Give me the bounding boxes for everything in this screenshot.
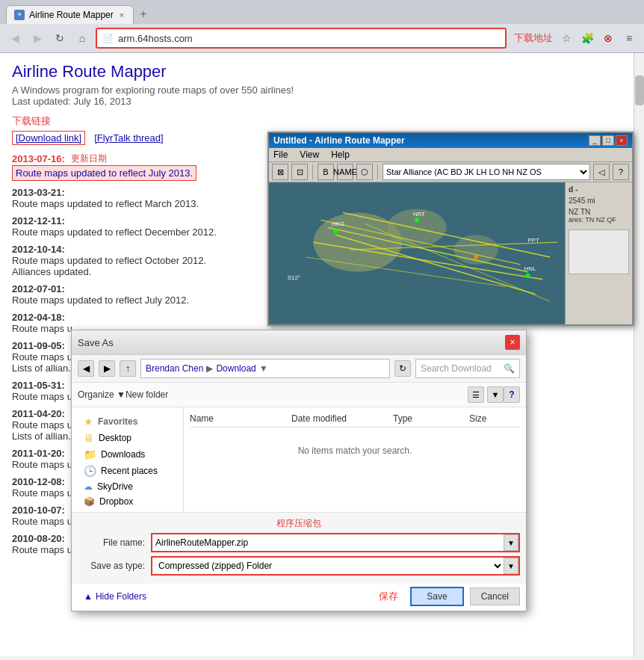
cancel-button[interactable]: Cancel	[470, 587, 520, 605]
favorites-section: ★ Favorites 🖥 Desktop 📁 Downloads 🕒 Rece…	[72, 412, 183, 511]
lock-icon: 📄	[103, 34, 114, 43]
app-close-button[interactable]: ×	[616, 135, 628, 146]
dialog-buttons: ▲ Hide Folders 保存 Save Cancel	[72, 584, 526, 611]
app-title-text: Untitled - Airline Route Mapper	[273, 135, 405, 146]
dialog-back-button[interactable]: ◀	[78, 360, 94, 377]
bc-sep2: ▼	[259, 363, 268, 374]
save-button[interactable]: Save	[410, 587, 463, 606]
recent-icon: 🕒	[84, 465, 96, 477]
no-items-text: No items match your search.	[190, 431, 520, 471]
toolbar-prev[interactable]: ◁	[593, 164, 610, 180]
dialog-nav: ◀ ▶ ↑ Brendan Chen ▶ Download ▼ ↻ Search…	[72, 355, 526, 383]
update-date-1: 2013-07-16:	[12, 153, 65, 164]
update-text-1: Route maps updated to reflect July 2013.	[16, 167, 193, 179]
toolbar-btn-4[interactable]: NAME	[337, 164, 353, 180]
filename-input[interactable]	[152, 534, 504, 551]
filename-row: File name: ▼	[78, 533, 520, 552]
map-svg: HKG HNL NRT S12° PPT	[269, 182, 565, 324]
svg-text:PPT: PPT	[528, 237, 540, 244]
tab-close-btn[interactable]: ×	[118, 10, 126, 19]
tab-bar: ✈ Airline Route Mapper × +	[0, 0, 644, 24]
toolbar-btn-5[interactable]: ⬡	[356, 164, 373, 180]
address-bar[interactable]: 📄 arm.64hosts.com	[96, 28, 507, 49]
app-toolbar: ⊠ ⊡ B NAME ⬡ Star Alliance (AC BD JK LH …	[269, 162, 632, 182]
sidebar-item-dropbox[interactable]: 📦 Dropbox	[78, 494, 177, 509]
dialog-help-button[interactable]: ?	[504, 386, 520, 403]
toolbar-btn-3[interactable]: B	[318, 164, 334, 180]
page-title: Airline Route Mapper	[12, 62, 632, 81]
col-type-header[interactable]: Type	[393, 413, 469, 424]
dialog-refresh-button[interactable]: ↻	[394, 360, 411, 377]
airline-select[interactable]: Star Alliance (AC BD JK LH LO NH NZ OS	[383, 164, 590, 180]
sidebar-item-skydrive[interactable]: ☁ SkyDrive	[78, 479, 177, 494]
scrollbar[interactable]	[634, 53, 644, 656]
new-tab-button[interactable]: +	[134, 4, 152, 24]
new-folder-button[interactable]: New folder	[126, 389, 168, 400]
reload-button[interactable]: ↻	[51, 29, 69, 47]
back-button[interactable]: ◀	[6, 29, 24, 47]
save-hint: 保存	[379, 590, 398, 603]
browser-tab[interactable]: ✈ Airline Route Mapper ×	[6, 5, 134, 24]
hide-folders-button[interactable]: ▲ Hide Folders	[78, 588, 152, 605]
stop-icon[interactable]: ⊗	[599, 29, 617, 47]
info-btn[interactable]: ?	[613, 164, 629, 180]
dialog-up-button[interactable]: ↑	[120, 360, 136, 377]
forward-button[interactable]: ▶	[28, 29, 46, 47]
extensions-icon[interactable]: 🧩	[578, 29, 596, 47]
shares-label: ares: TN NZ QF	[569, 216, 629, 223]
map-area[interactable]: HKG HNL NRT S12° PPT	[269, 182, 565, 324]
browser-chrome: ✈ Airline Route Mapper × + ◀ ▶ ↻ ⌂ 📄 arm…	[0, 0, 644, 53]
svg-text:HKG: HKG	[332, 220, 344, 227]
recent-label: Recent places	[101, 466, 158, 476]
savetype-select[interactable]: Compressed (zipped) Folder	[152, 558, 504, 574]
flyertalk-link[interactable]: [FlyrTalk thread]	[94, 132, 163, 144]
dialog-footer: 程序压缩包 File name: ▼ Save as type: Compres…	[72, 512, 526, 584]
dialog-close-button[interactable]: ×	[505, 335, 520, 350]
filename-dropdown[interactable]: ▼	[504, 534, 518, 551]
bc-part2[interactable]: Download	[216, 363, 256, 374]
menu-file[interactable]: File	[273, 149, 288, 160]
search-box[interactable]: Search Download 🔍	[415, 359, 520, 378]
minimize-button[interactable]: _	[589, 135, 601, 146]
menu-view[interactable]: View	[300, 149, 319, 160]
maximize-button[interactable]: □	[602, 135, 614, 146]
dialog-toolbar: Organize ▼ New folder ☰ ▼ ?	[72, 383, 526, 407]
col-name-header[interactable]: Name	[190, 413, 291, 424]
savetype-label: Save as type:	[78, 561, 145, 571]
view-details-button[interactable]: ▼	[487, 386, 504, 403]
toolbar-btn-2[interactable]: ⊡	[291, 164, 308, 180]
address-text: arm.64hosts.com	[118, 33, 499, 44]
view-list-button[interactable]: ☰	[468, 386, 484, 403]
dropbox-label: Dropbox	[99, 496, 133, 507]
download-link[interactable]: [Download link]	[12, 131, 85, 145]
search-icon: 🔍	[504, 363, 515, 374]
desktop-icon: 🖥	[84, 432, 94, 444]
menu-help[interactable]: Help	[331, 149, 350, 160]
download-section-label: 下载链接	[12, 114, 632, 128]
sidebar-item-downloads[interactable]: 📁 Downloads	[78, 446, 177, 463]
app-menubar: File View Help	[269, 148, 632, 162]
home-button[interactable]: ⌂	[73, 29, 91, 47]
filename-label: File name:	[78, 537, 145, 548]
organize-button[interactable]: Organize ▼	[78, 389, 126, 400]
savetype-dropdown[interactable]: ▼	[504, 558, 518, 574]
sidebar-item-desktop[interactable]: 🖥 Desktop	[78, 430, 177, 446]
col-size-header[interactable]: Size	[469, 413, 520, 424]
menu-icon[interactable]: ≡	[620, 29, 638, 47]
sidebar-panel: ★ Favorites 🖥 Desktop 📁 Downloads 🕒 Rece…	[72, 407, 184, 512]
bc-part1[interactable]: Brendan Chen	[146, 363, 203, 374]
sidebar-item-recent[interactable]: 🕒 Recent places	[78, 463, 177, 479]
save-as-dialog: Save As × ◀ ▶ ↑ Brendan Chen ▶ Download …	[71, 330, 527, 611]
downloads-icon: 📁	[84, 448, 96, 460]
app-window: Untitled - Airline Route Mapper _ □ × Fi…	[267, 132, 634, 326]
view-buttons: ☰ ▼	[468, 386, 504, 403]
toolbar-btn-1[interactable]: ⊠	[272, 164, 288, 180]
svg-text:S12°: S12°	[288, 274, 300, 281]
svg-point-12	[333, 229, 338, 233]
dialog-forward-button[interactable]: ▶	[99, 360, 115, 377]
downloads-label: Downloads	[101, 449, 145, 460]
col-date-header[interactable]: Date modified	[291, 413, 393, 424]
breadcrumb-bar[interactable]: Brendan Chen ▶ Download ▼	[140, 359, 390, 378]
star-icon[interactable]: ☆	[557, 29, 575, 47]
scrollbar-thumb[interactable]	[635, 75, 644, 105]
